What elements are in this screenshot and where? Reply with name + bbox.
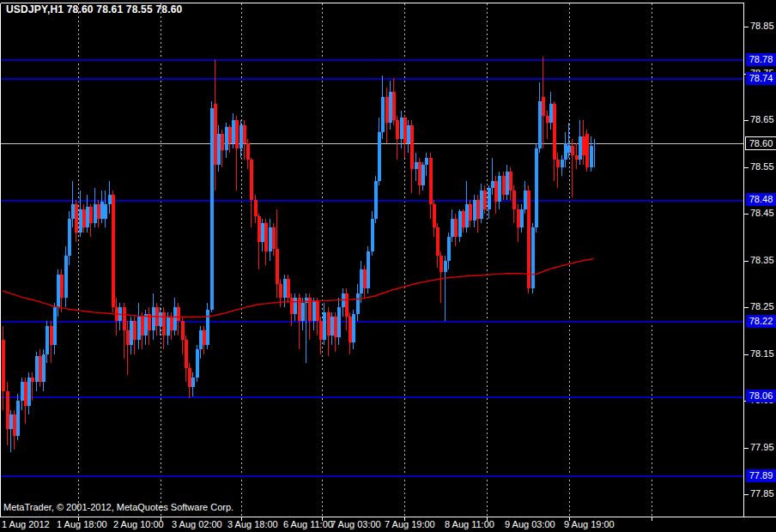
bull-candle-body	[444, 261, 447, 273]
bull-candle-body	[458, 211, 462, 237]
bull-candle-body	[535, 148, 538, 228]
bear-candle-body	[60, 275, 64, 298]
bull-candle-body	[520, 209, 524, 228]
bear-candle-body	[188, 368, 191, 387]
bull-candle-body	[590, 146, 593, 167]
bull-candle-body	[86, 207, 89, 228]
bull-candle-body	[567, 146, 571, 153]
bull-candle-body	[538, 101, 542, 148]
bull-candle-body	[206, 310, 209, 345]
price-tick-label: 77.95	[750, 442, 776, 453]
bear-candle-body	[542, 97, 545, 116]
bull-candle-body	[57, 275, 60, 307]
bear-candle-body	[440, 256, 443, 272]
price-tick-label: 78.25	[750, 301, 776, 312]
bear-candle-body	[258, 216, 261, 242]
bull-candle-body	[9, 414, 13, 428]
bull-candle-body	[159, 312, 162, 326]
bull-candle-body	[191, 378, 195, 387]
bear-candle-body	[327, 312, 330, 336]
time-tick-label: 3 Aug 18:00	[227, 519, 278, 530]
bear-candle-body	[246, 143, 250, 160]
bull-candle-body	[137, 317, 141, 340]
bear-candle-body	[462, 211, 465, 227]
bull-candle-body	[360, 269, 363, 293]
bull-candle-body	[352, 314, 355, 342]
bear-candle-body	[556, 160, 560, 166]
bear-candle-body	[181, 321, 185, 340]
time-tick-label: 9 Aug 03:00	[505, 519, 555, 530]
bear-candle-body	[97, 204, 100, 218]
price-tick-label: 78.65	[750, 114, 776, 125]
bull-candle-body	[45, 326, 49, 354]
bear-candle-body	[553, 104, 556, 160]
bull-candle-body	[381, 97, 385, 132]
bear-candle-body	[243, 125, 246, 144]
bear-candle-body	[494, 181, 498, 203]
bear-candle-body	[112, 195, 115, 307]
bull-candle-body	[239, 125, 243, 148]
bear-candle-body	[141, 317, 144, 336]
bear-candle-body	[512, 190, 516, 209]
bear-candle-body	[290, 298, 294, 314]
bull-candle-body	[210, 108, 214, 309]
bear-candle-body	[349, 317, 352, 342]
bull-candle-body	[68, 219, 71, 257]
bull-candle-body	[447, 237, 451, 260]
bear-candle-body	[264, 223, 268, 251]
bull-candle-body	[378, 132, 381, 181]
bull-candle-body	[196, 349, 199, 378]
price-tick-label: 78.85	[750, 21, 776, 32]
bear-candle-body	[396, 120, 399, 139]
bull-candle-body	[407, 125, 410, 144]
time-tick-label: 9 Aug 19:00	[564, 519, 615, 530]
bull-candle-body	[491, 181, 494, 188]
bear-candle-body	[517, 209, 520, 228]
bear-candle-body	[582, 136, 585, 155]
bull-candle-body	[564, 143, 567, 160]
bear-candle-body	[410, 125, 414, 170]
bear-candle-body	[276, 249, 279, 284]
bear-candle-body	[214, 104, 217, 165]
bull-candle-body	[498, 176, 501, 202]
price-tick-label: 77.85	[750, 488, 776, 499]
bull-candle-body	[130, 321, 133, 344]
price-tick-label: 78.35	[750, 255, 776, 266]
bull-candle-body	[549, 104, 553, 123]
bear-candle-body	[50, 326, 53, 345]
bear-candle-body	[363, 269, 367, 288]
bull-candle-body	[579, 136, 582, 160]
bear-candle-body	[392, 92, 396, 120]
bull-candle-body	[217, 134, 221, 164]
bull-candle-body	[79, 209, 82, 233]
bear-candle-body	[89, 207, 93, 223]
bull-candle-body	[64, 256, 68, 298]
bear-candle-body	[24, 382, 27, 405]
bull-candle-body	[108, 195, 112, 204]
bull-candle-body	[21, 382, 24, 401]
bull-candle-body	[473, 200, 476, 221]
chart-title-ohlc: USDJPY,H1 78.60 78.61 78.55 78.60	[6, 4, 182, 15]
bull-candle-body	[16, 401, 20, 436]
bear-candle-body	[385, 97, 389, 123]
time-tick-label: 1 Aug 18:00	[57, 519, 107, 530]
bear-candle-body	[319, 321, 323, 340]
bear-candle-body	[429, 158, 433, 205]
bull-candle-body	[225, 127, 228, 150]
bear-candle-body	[203, 330, 206, 344]
bear-candle-body	[133, 321, 136, 340]
bear-candle-body	[82, 209, 86, 228]
bull-candle-body	[371, 219, 374, 251]
bear-candle-body	[177, 307, 180, 321]
bear-candle-body	[316, 300, 319, 322]
bull-candle-body	[330, 317, 334, 336]
bull-candle-body	[374, 181, 378, 219]
bull-candle-body	[506, 172, 509, 195]
chart-canvas[interactable]	[0, 0, 776, 532]
bear-candle-body	[483, 190, 487, 209]
bear-candle-body	[254, 200, 258, 216]
bull-candle-body	[35, 356, 39, 382]
bull-candle-body	[301, 303, 305, 322]
bull-candle-body	[593, 143, 597, 144]
hline-price-label: 78.06	[746, 390, 776, 402]
